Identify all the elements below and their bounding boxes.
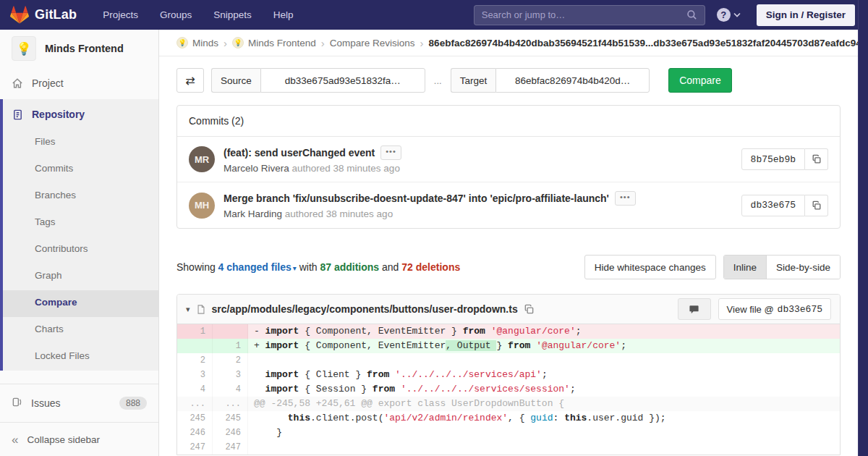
view-file-button[interactable]: View file @ db33e675: [718, 298, 831, 320]
commit-sha[interactable]: 8b75eb9b: [741, 148, 805, 170]
nav-link-projects[interactable]: Projects: [103, 9, 138, 20]
commit-info: (feat): send userChanged event•••Marcelo…: [224, 145, 741, 174]
commit-title-link[interactable]: Merge branch 'fix/unsubscribe-doesnt-upd…: [224, 193, 609, 204]
breadcrumb-item-minds-frontend[interactable]: 💡Minds Frontend: [232, 37, 316, 48]
sidebar-item-commits[interactable]: Commits: [3, 156, 158, 183]
breadcrumb-label: Compare Revisions: [330, 38, 415, 48]
sidebar-item-files[interactable]: Files: [3, 130, 158, 156]
sidebar-item-tags[interactable]: Tags: [3, 210, 158, 237]
nav-link-snippets[interactable]: Snippets: [213, 9, 252, 20]
new-line-number[interactable]: [213, 324, 248, 339]
sidebar-item-repository[interactable]: Repository: [3, 99, 158, 130]
commit-title-row: (feat): send userChanged event•••: [224, 145, 741, 160]
diff-line: 1- import { Component, EventEmitter } fr…: [177, 324, 840, 339]
sidebar-item-charts[interactable]: Charts: [3, 317, 158, 344]
commit-title-row: Merge branch 'fix/unsubscribe-doesnt-upd…: [224, 191, 741, 206]
toggle-comments-button[interactable]: [678, 298, 711, 320]
nav-link-help[interactable]: Help: [273, 9, 294, 20]
collapse-sidebar-button[interactable]: « Collapse sidebar: [0, 422, 158, 456]
commit-author-avatar[interactable]: MH: [189, 193, 215, 219]
sidebar-project-header[interactable]: 💡 Minds Frontend: [0, 30, 158, 67]
side-by-side-view-button[interactable]: Side-by-side: [767, 256, 840, 279]
new-line-number[interactable]: ...: [213, 397, 248, 411]
sidebar-item-project[interactable]: Project: [0, 67, 158, 99]
sidebar-item-issues[interactable]: Issues 888: [0, 384, 158, 422]
copy-sha-button[interactable]: [805, 195, 828, 216]
sidebar-item-compare[interactable]: Compare: [3, 290, 158, 317]
gitlab-brand[interactable]: GitLab: [10, 6, 77, 24]
search-input[interactable]: [482, 9, 686, 20]
compare-form: ⇄ Source ... Target Compare: [176, 68, 841, 93]
diff-file-path[interactable]: src/app/modules/legacy/components/button…: [212, 303, 518, 315]
page-scrollbar[interactable]: [858, 0, 868, 456]
commit-author-link[interactable]: Marcelo Rivera: [224, 163, 289, 174]
old-line-number[interactable]: [177, 339, 213, 353]
commit-title-link[interactable]: (feat): send userChanged event: [224, 147, 375, 159]
help-menu[interactable]: ?: [717, 8, 741, 22]
sidebar-item-graph[interactable]: Graph: [3, 263, 158, 290]
new-line-number[interactable]: 247: [213, 440, 248, 455]
breadcrumb-item-minds[interactable]: 💡Minds: [176, 37, 218, 48]
old-line-number[interactable]: 247: [177, 440, 213, 455]
commit-sha[interactable]: db33e675: [741, 195, 805, 216]
old-line-number[interactable]: ...: [177, 397, 213, 411]
copy-sha-button[interactable]: [805, 148, 828, 170]
diff-line-content: - import { Component, EventEmitter } fro…: [248, 324, 840, 339]
commits-header: Commits (2): [177, 106, 840, 137]
new-line-number[interactable]: 245: [213, 411, 248, 426]
changed-files-dropdown[interactable]: 4 changed files▾: [218, 261, 297, 273]
diff-line: 22: [177, 353, 840, 368]
new-line-number[interactable]: 246: [213, 426, 248, 440]
diff-line: 1+ import { Component, EventEmitter, Out…: [177, 339, 840, 353]
diff-line-content: }: [248, 426, 840, 440]
breadcrumb-separator: ›: [224, 37, 227, 49]
compare-button[interactable]: Compare: [668, 68, 732, 93]
expand-commit-message-button[interactable]: •••: [380, 145, 401, 160]
sign-in-register-button[interactable]: Sign in / Register: [757, 4, 855, 26]
group-avatar: 💡: [232, 37, 244, 48]
copy-path-icon[interactable]: [524, 304, 535, 315]
commit-meta: Mark Harding authored 38 minutes ago: [224, 208, 741, 219]
new-line-number[interactable]: 3: [213, 368, 248, 382]
source-ref-input[interactable]: [260, 68, 425, 93]
old-line-number[interactable]: 246: [177, 426, 213, 440]
target-ref-input[interactable]: [495, 68, 650, 93]
expand-commit-message-button[interactable]: •••: [615, 191, 636, 206]
new-line-number[interactable]: 1: [213, 339, 248, 353]
hide-whitespace-button[interactable]: Hide whitespace changes: [584, 255, 716, 279]
diff-view-actions: Hide whitespace changes Inline Side-by-s…: [584, 255, 841, 279]
diff-line: 245245 this.client.post('api/v2/admin/re…: [177, 411, 840, 426]
target-ref-group: Target: [451, 68, 650, 93]
old-line-number[interactable]: 4: [177, 382, 213, 397]
global-search[interactable]: [474, 5, 705, 25]
sidebar-item-contributors[interactable]: Contributors: [3, 237, 158, 263]
new-line-number[interactable]: 2: [213, 353, 248, 368]
commit-list: MR(feat): send userChanged event•••Marce…: [177, 137, 840, 228]
source-label: Source: [211, 68, 260, 93]
breadcrumb-current-hash: 86ebfac826974b4b420dbab35694521f44b51539…: [429, 38, 867, 48]
commit-author-link[interactable]: Mark Harding: [224, 208, 282, 219]
breadcrumb-item-compare-revisions[interactable]: Compare Revisions: [330, 38, 415, 48]
new-line-number[interactable]: 4: [213, 382, 248, 397]
old-line-number[interactable]: 3: [177, 368, 213, 382]
breadcrumb-separator: ›: [420, 37, 424, 49]
old-line-number[interactable]: 1: [177, 324, 213, 339]
commit-row: MR(feat): send userChanged event•••Marce…: [177, 137, 840, 182]
collapse-diff-icon[interactable]: ▾: [186, 305, 190, 314]
sidebar-item-branches[interactable]: Branches: [3, 183, 158, 210]
sidebar-item-locked-files[interactable]: Locked Files: [3, 344, 158, 371]
commit-author-avatar[interactable]: MR: [189, 146, 215, 172]
help-icon: ?: [717, 8, 731, 22]
inline-view-button[interactable]: Inline: [724, 256, 767, 279]
old-line-number[interactable]: 2: [177, 353, 213, 368]
repository-icon: [12, 109, 23, 120]
search-icon: [686, 9, 697, 20]
swap-revisions-button[interactable]: ⇄: [176, 68, 204, 93]
issues-icon: [12, 397, 22, 410]
breadcrumb-label: Minds Frontend: [248, 38, 316, 48]
repository-subitems: FilesCommitsBranchesTagsContributorsGrap…: [3, 130, 158, 371]
nav-link-groups[interactable]: Groups: [160, 9, 192, 20]
view-file-label: View file @: [727, 304, 774, 315]
diff-line: 246246 }: [177, 426, 840, 440]
old-line-number[interactable]: 245: [177, 411, 213, 426]
